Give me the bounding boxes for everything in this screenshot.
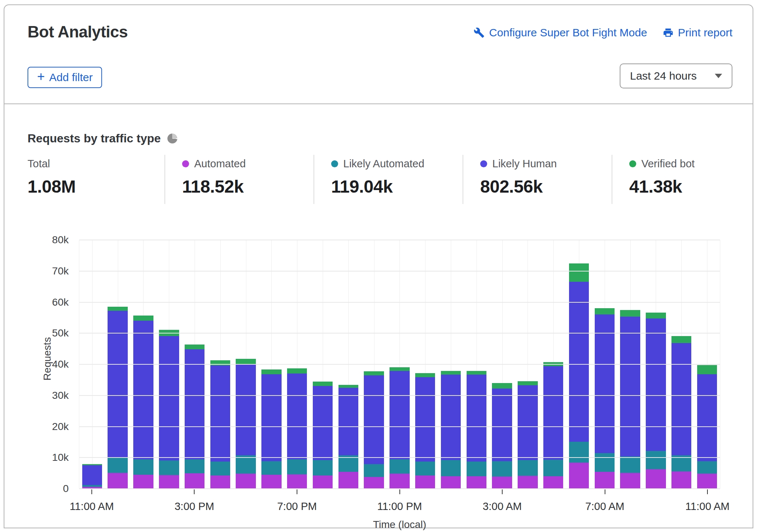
bar-segment [543, 460, 563, 476]
bar-segment [338, 388, 358, 456]
bar-segment [390, 474, 409, 489]
plus-icon: + [37, 70, 45, 83]
add-filter-button[interactable]: + Add filter [28, 67, 102, 88]
stacked-bar [236, 359, 256, 489]
bar-segment [492, 461, 512, 477]
bar-segment [261, 374, 281, 461]
bar-segment [671, 343, 691, 456]
x-tick-label: 11:00 PM [377, 500, 422, 513]
time-range-dropdown[interactable]: Last 24 hours [620, 63, 732, 88]
bar-segment [364, 371, 384, 375]
bar-segment [569, 442, 589, 463]
bar-segment [236, 474, 256, 489]
bar-segment [313, 382, 333, 386]
bar-segment [518, 460, 537, 476]
stat-value: 41.38k [629, 176, 753, 197]
bar-segment [492, 477, 512, 489]
add-filter-label: Add filter [49, 71, 93, 84]
stacked-bar [415, 373, 435, 489]
bar-segment [108, 307, 127, 311]
stat-value: 119.04k [331, 176, 463, 197]
stat-likely-automated: Likely Automated 119.04k [314, 155, 463, 204]
stacked-bar [82, 464, 102, 489]
stat-label: Automated [194, 158, 246, 170]
bar-segment [159, 460, 179, 475]
bar-segment [569, 463, 589, 489]
stacked-bar [441, 371, 461, 489]
configure-link-label: Configure Super Bot Fight Mode [489, 26, 647, 39]
bar-segment [390, 371, 409, 459]
likely-automated-dot [331, 160, 338, 167]
bar-segment [697, 365, 717, 374]
pie-chart-icon[interactable] [167, 134, 177, 143]
wrench-icon [474, 27, 485, 38]
bar-segment [210, 365, 230, 462]
gridline [79, 457, 720, 458]
bar-segment [364, 375, 384, 464]
stat-label: Likely Human [492, 158, 557, 170]
print-report-link[interactable]: Print report [663, 26, 732, 39]
y-tick-label: 10k [4, 452, 69, 463]
bar-segment [364, 477, 384, 489]
bar-segment [697, 374, 717, 461]
stat-value: 802.56k [480, 176, 612, 197]
stacked-bar [159, 330, 179, 489]
bar-segment [236, 359, 256, 364]
stacked-bar [108, 307, 127, 489]
bar-segment [441, 375, 461, 460]
y-tick-label: 60k [4, 296, 69, 308]
stacked-bar [569, 263, 589, 489]
x-tick [707, 489, 708, 494]
bar-segment [159, 475, 179, 489]
bar-segment [467, 371, 486, 375]
bar-segment [518, 381, 537, 385]
stacked-bar [338, 385, 358, 489]
stat-label: Total [28, 158, 50, 170]
header-divider [4, 103, 753, 104]
bar-segment [569, 282, 589, 442]
x-tick [91, 489, 92, 494]
x-tick-label: 11:00 AM [70, 500, 114, 513]
x-tick-label: 7:00 PM [277, 500, 317, 513]
bar-segment [236, 455, 256, 474]
bar-segment [108, 473, 127, 489]
gridline [79, 302, 720, 303]
bar-segment [492, 389, 512, 461]
stat-verified-bot: Verified bot 41.38k [612, 155, 753, 204]
bar-segment [390, 459, 409, 474]
bar-segment [210, 475, 230, 489]
configure-super-bot-fight-mode-link[interactable]: Configure Super Bot Fight Mode [474, 26, 647, 39]
bar-segment [185, 349, 204, 459]
bar-segment [415, 462, 435, 475]
printer-icon [663, 27, 674, 38]
gridline [79, 426, 720, 427]
time-range-value: Last 24 hours [630, 70, 697, 82]
bar-segment [159, 336, 179, 460]
bar-segment [313, 386, 333, 460]
plot-area [79, 240, 720, 489]
x-tick [605, 489, 605, 494]
stat-value: 1.08M [28, 176, 164, 197]
x-tick-label: 11:00 AM [685, 500, 729, 513]
bar-segment [595, 314, 615, 453]
stacked-bar [595, 308, 615, 489]
bar-segment [261, 369, 281, 375]
stat-automated: Automated 118.52k [164, 155, 314, 204]
bar-segment [338, 472, 358, 489]
page-title: Bot Analytics [28, 23, 128, 41]
verified-bot-dot [629, 160, 636, 167]
bar-segment [441, 460, 461, 476]
stacked-bar [467, 371, 486, 489]
stacked-bar [364, 371, 384, 489]
bar-segment [620, 473, 640, 489]
stat-label: Likely Automated [343, 158, 424, 170]
bar-segment [133, 316, 153, 321]
section-title: Requests by traffic type [28, 132, 161, 145]
bot-analytics-card: Bot Analytics Configure Super Bot Fight … [4, 4, 753, 528]
x-tick [297, 489, 297, 494]
bar-segment [210, 360, 230, 365]
bar-segment [287, 368, 307, 374]
stacked-bar [185, 345, 204, 489]
gridline [79, 240, 720, 240]
bar-segment [313, 475, 333, 489]
